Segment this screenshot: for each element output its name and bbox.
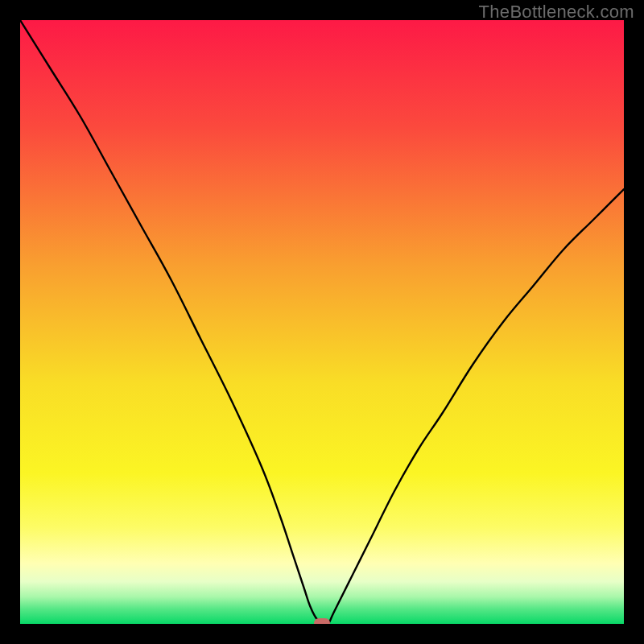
chart-frame: TheBottleneck.com: [0, 0, 644, 644]
bottleneck-curve: [20, 20, 624, 624]
optimum-marker: [314, 618, 330, 624]
plot-area: [20, 20, 624, 624]
curve-layer: [20, 20, 624, 624]
